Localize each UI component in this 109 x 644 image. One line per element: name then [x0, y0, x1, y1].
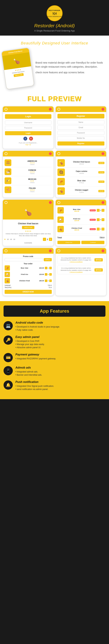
order-qty-decrease[interactable]: -	[45, 273, 47, 276]
category-item[interactable]: 🍕 ITALIAN ★★★★ 4 Items	[5, 185, 52, 194]
qty-increase-btn[interactable]: +	[49, 238, 52, 241]
feature-content: Easy admin panel • Developed in Core PHP…	[16, 336, 45, 349]
category-stars: ★★★	[13, 180, 52, 182]
feature-desc: • Integrated RAZORPAY payment gateway.	[16, 357, 56, 360]
header-dot-red	[101, 108, 104, 111]
cart-qty-increase[interactable]: +	[101, 218, 104, 221]
app-title: Restorder (Android)	[4, 23, 105, 28]
cart-qty-decrease[interactable]: -	[97, 209, 100, 212]
category-info: AMERICAN ★★★★ 4 Items	[13, 160, 52, 165]
qty-decrease-btn[interactable]: -	[43, 238, 46, 241]
register-screen: Register Name Email Password Mobile No R…	[55, 106, 106, 149]
admin-panel-icon: 🔑	[4, 336, 13, 345]
order-qty-increase[interactable]: +	[49, 280, 52, 282]
register-button[interactable]: Register	[57, 142, 104, 146]
like-icon[interactable]: ♥	[4, 238, 6, 240]
remove-btn[interactable]: Remove	[90, 219, 96, 221]
food-item[interactable]: 🍗 Chicken nugget 5 piece 150.00	[57, 186, 104, 196]
promo-screen: Promo code APPLY Your order 🥐 Bear claw …	[3, 248, 54, 296]
header-dot-red	[49, 250, 52, 252]
food-item[interactable]: 🥐 Bear claw 5 Piece 110.00	[57, 177, 104, 186]
order-row: 🍗 Chicken Fried 180.00 - 0 +	[5, 278, 52, 284]
promo-input-row: APPLY	[5, 258, 52, 261]
cart-qty-decrease[interactable]: -	[97, 218, 100, 221]
cart-qty-increase[interactable]: +	[101, 228, 104, 230]
password-input[interactable]: Password	[5, 126, 51, 130]
order-img: 🍛	[5, 272, 10, 277]
comments-label: Comments	[4, 242, 52, 244]
terms-link[interactable]: * Terms & Conditions	[59, 271, 93, 273]
feature-desc: • Integrated One Signal push notificatio…	[16, 384, 54, 391]
phone-add-cart-btn[interactable]: Add to Cart	[14, 73, 24, 77]
promo-body: Promo code APPLY Your order 🥐 Bear claw …	[3, 254, 54, 296]
cart-qty-increase[interactable]: +	[101, 209, 104, 212]
designed-content: Chicken Fried Bacon 🍗 ★★★★ Chicken fried…	[4, 49, 105, 88]
detail-content: Chicken fried bacon Add to Cart ★★★★ Chi…	[3, 221, 54, 245]
features-title: App Features	[4, 306, 105, 317]
name-input[interactable]: Name	[57, 120, 104, 124]
subtotal-row: Subtotal 720.0	[5, 284, 52, 286]
email-input[interactable]: Email	[57, 126, 104, 130]
cart-qty-control: - 0 +	[97, 209, 104, 212]
remove-btn[interactable]: Remove	[90, 228, 96, 230]
reg-password-input[interactable]: Password	[57, 131, 104, 135]
food-item[interactable]: 🥘 Cajun cuisine 150GM 120.00	[57, 168, 104, 177]
username-input[interactable]: Username	[5, 120, 51, 124]
remove-btn[interactable]: Remove	[90, 210, 96, 211]
order-qty-decrease[interactable]: -	[45, 267, 47, 269]
food-item[interactable]: 🍗 Chicken fried bacon 250GM 100.00	[57, 158, 104, 168]
order-qty-increase[interactable]: +	[49, 267, 52, 269]
add-to-cart-btn[interactable]: Add to Cart	[22, 226, 34, 229]
feature-item-admob: 📱 Admob ads • Integrated admob ads. • Ba…	[4, 366, 105, 376]
cart-total: Total 720.0	[57, 235, 104, 240]
coupon-body: It is a long established fact that a rea…	[56, 254, 106, 278]
checkout-btn[interactable]: Check Out	[57, 241, 80, 244]
order-qty-increase[interactable]: +	[49, 273, 52, 276]
feature-desc: • Developed in Core PHP. • Manage your a…	[16, 340, 45, 349]
cart-info: Fried rice 120.00	[65, 218, 89, 222]
screens-grid: Login Username Password Login f G If you…	[2, 106, 107, 296]
food-qty: 150GM	[66, 172, 97, 174]
coupon-code[interactable]: BITO10	[94, 268, 103, 272]
coupon-text: It is a long established fact that a rea…	[59, 257, 93, 261]
feature-desc-line: • Banner and Interstitial ads.	[16, 373, 42, 376]
cart-item: 🍛 Fried rice 120.00 Remove - 0 +	[57, 216, 104, 224]
continue-btn[interactable]: Continue	[81, 241, 104, 244]
promo-section: Promo code APPLY	[5, 256, 52, 261]
logo-icon: 🍽	[53, 11, 57, 16]
cart-body: 🥐 Bear claw 420.00 Remove - 0 + 🍛	[56, 205, 106, 246]
category-info: MEXICAN ★★★ 4 Items	[13, 178, 52, 184]
terms-link[interactable]: * Terms & Conditions	[59, 261, 93, 262]
promo-input[interactable]	[5, 258, 43, 261]
category-item[interactable]: 🍜 CHINESE ★★★★ 4 Items	[5, 167, 52, 176]
mobile-input[interactable]: Mobile No	[57, 136, 104, 140]
cart-item-price: 120.00	[65, 220, 89, 222]
login-button[interactable]: Login	[5, 131, 51, 135]
category-item[interactable]: 🌮 MEXICAN ★★★ 4 Items	[5, 176, 52, 185]
apply-btn[interactable]: APPLY	[44, 258, 52, 261]
detail-stars: ★★★★	[4, 230, 52, 232]
category-item[interactable]: 🍔 AMERICAN ★★★★ 4 Items	[5, 158, 52, 167]
cart-qty-decrease[interactable]: -	[97, 228, 100, 230]
coupon-text: It is a long established fact that a rea…	[59, 267, 93, 271]
order-row: 🍛 Fried rice 120.00 - 0 +	[5, 272, 52, 277]
coupon-code[interactable]: BITO20	[94, 258, 103, 262]
header-dot	[5, 250, 8, 252]
cart-qty-control: - 0 +	[97, 218, 104, 221]
tax-label: Tax(10%)	[5, 286, 11, 288]
order-qty-decrease[interactable]: -	[45, 280, 47, 282]
signup-link[interactable]: Sign Up	[5, 144, 51, 146]
header-dot-red	[49, 152, 52, 155]
category-img: 🍜	[5, 168, 11, 175]
order-name: Chicken Fried	[11, 280, 38, 282]
push-notification-icon: 🔔	[4, 380, 13, 390]
google-icon[interactable]: G	[29, 137, 33, 140]
category-info: ITALIAN ★★★★ 4 Items	[13, 187, 52, 192]
facebook-icon[interactable]: f	[23, 137, 27, 140]
cart-item: 🥐 Bear claw 420.00 Remove - 0 +	[57, 207, 104, 215]
order-now-btn[interactable]: ORDER NOW	[5, 290, 52, 294]
category-img: 🍕	[5, 186, 11, 193]
header-dot	[5, 152, 8, 155]
designed-text: Brand new material design with user frie…	[35, 61, 105, 76]
order-row: 🥐 Bear claw 420.00 - 0 +	[5, 265, 52, 271]
